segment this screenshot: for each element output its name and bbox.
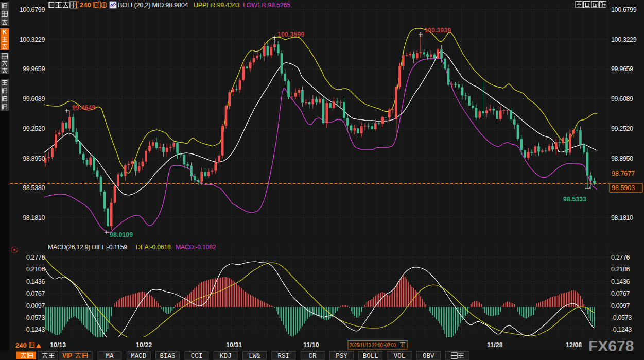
svg-text:98.8950: 98.8950 (611, 155, 633, 162)
svg-text:0.1436: 0.1436 (26, 278, 45, 285)
svg-text:KDJ: KDJ (220, 353, 232, 360)
svg-text:CCI: CCI (191, 353, 203, 360)
svg-text:99.4649: 99.4649 (72, 104, 95, 111)
svg-text:BOLL: BOLL (363, 353, 378, 360)
svg-text:100.3599: 100.3599 (277, 31, 304, 38)
svg-text:0.1436: 0.1436 (611, 278, 630, 285)
svg-text:10/31: 10/31 (226, 341, 242, 349)
svg-text:99.9659: 99.9659 (611, 65, 633, 73)
svg-text:98.0109: 98.0109 (110, 231, 133, 238)
svg-text:VIP: VIP (62, 352, 72, 359)
svg-text:OBV: OBV (423, 353, 434, 360)
svg-text:10/22: 10/22 (136, 341, 152, 349)
svg-text:98.5380: 98.5380 (23, 184, 45, 192)
svg-text:CR: CR (309, 353, 317, 360)
svg-text:MACD: MACD (131, 353, 146, 360)
svg-text:0.0097: 0.0097 (26, 302, 45, 310)
svg-text:98.5903: 98.5903 (612, 184, 635, 192)
svg-text:98.1810: 98.1810 (23, 214, 45, 221)
svg-text:98.7677: 98.7677 (612, 170, 635, 177)
svg-text:2025/11/13 22:00~02:00: 2025/11/13 22:00~02:00 (350, 342, 396, 348)
svg-text:99.6089: 99.6089 (23, 95, 45, 102)
svg-text:99.2520: 99.2520 (23, 125, 45, 132)
svg-text:100.6799: 100.6799 (611, 6, 637, 13)
svg-text:10/13: 10/13 (50, 341, 66, 349)
svg-text:MACD:-0.1082: MACD:-0.1082 (176, 244, 216, 251)
svg-text:-0.1243: -0.1243 (24, 326, 45, 333)
svg-text:DEA:-0.0618: DEA:-0.0618 (136, 244, 171, 251)
svg-text:0.0767: 0.0767 (611, 290, 630, 297)
svg-text:K: K (3, 29, 7, 35)
svg-text:100.3229: 100.3229 (611, 36, 637, 43)
svg-text:12/08: 12/08 (566, 341, 582, 349)
svg-text:99.9659: 99.9659 (23, 65, 45, 73)
svg-text:0.2106: 0.2106 (611, 266, 630, 273)
svg-text:-0.0573: -0.0573 (24, 314, 45, 321)
svg-text:0.2776: 0.2776 (26, 254, 45, 261)
svg-text:11/28: 11/28 (487, 341, 503, 349)
svg-text:0.2776: 0.2776 (611, 254, 630, 261)
svg-text:0.2106: 0.2106 (26, 266, 45, 273)
svg-text:98.8950: 98.8950 (23, 155, 45, 162)
svg-text:-0.0573: -0.0573 (611, 314, 632, 321)
svg-text:100.3939: 100.3939 (424, 27, 451, 34)
svg-text:98.5333: 98.5333 (563, 196, 586, 203)
svg-text:98.1810: 98.1810 (611, 214, 633, 221)
svg-text:MA: MA (106, 353, 114, 360)
svg-text:VOL: VOL (394, 353, 406, 360)
svg-text:UPPER:99.4343: UPPER:99.4343 (194, 2, 239, 9)
svg-text:240: 240 (15, 341, 27, 349)
svg-text:100.3229: 100.3229 (20, 36, 45, 43)
svg-text:BOLL(20,2) MID:98.9804: BOLL(20,2) MID:98.9804 (118, 1, 188, 9)
svg-text:99.6089: 99.6089 (611, 95, 633, 102)
svg-text:LW&: LW& (249, 353, 260, 360)
svg-text:MACD(26,12,9) DIFF:-0.1159: MACD(26,12,9) DIFF:-0.1159 (48, 244, 127, 251)
svg-text:11/10: 11/10 (303, 341, 319, 349)
svg-text:RSI: RSI (278, 353, 290, 360)
svg-text:-0.1243: -0.1243 (611, 326, 632, 333)
svg-text:240: 240 (80, 1, 91, 9)
svg-text:BIAS: BIAS (160, 353, 176, 360)
svg-text:0.0767: 0.0767 (26, 290, 45, 297)
svg-text:PSY: PSY (336, 353, 347, 360)
svg-text:LOWER:98.5265: LOWER:98.5265 (243, 2, 290, 9)
svg-text:100.6799: 100.6799 (20, 6, 45, 13)
svg-text:99.2520: 99.2520 (611, 125, 633, 132)
svg-text:0.0097: 0.0097 (611, 302, 630, 310)
